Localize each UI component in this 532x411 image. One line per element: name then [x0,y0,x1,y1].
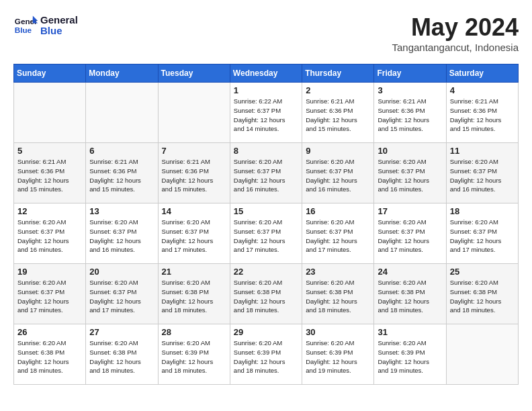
day-info: Sunrise: 6:20 AMSunset: 6:37 PMDaylight:… [89,278,154,315]
day-number: 25 [450,267,515,277]
day-number: 8 [234,146,298,156]
day-header-saturday: Saturday [446,64,518,83]
day-number: 1 [234,85,298,95]
day-number: 4 [450,85,515,95]
day-info: Sunrise: 6:20 AMSunset: 6:39 PMDaylight:… [234,338,298,375]
week-row-3: 12Sunrise: 6:20 AMSunset: 6:37 PMDayligh… [14,203,519,264]
day-number: 20 [89,267,154,277]
week-row-2: 5Sunrise: 6:21 AMSunset: 6:36 PMDaylight… [14,143,519,203]
day-number: 16 [306,206,370,216]
day-cell-22: 22Sunrise: 6:20 AMSunset: 6:38 PMDayligh… [230,264,302,324]
day-number: 15 [234,206,298,216]
day-info: Sunrise: 6:21 AMSunset: 6:36 PMDaylight:… [450,97,515,134]
day-cell-23: 23Sunrise: 6:20 AMSunset: 6:38 PMDayligh… [302,264,374,324]
day-number: 27 [89,327,154,337]
day-info: Sunrise: 6:20 AMSunset: 6:38 PMDaylight:… [89,338,154,375]
day-cell-19: 19Sunrise: 6:20 AMSunset: 6:37 PMDayligh… [14,264,86,324]
day-info: Sunrise: 6:21 AMSunset: 6:36 PMDaylight:… [17,157,82,194]
day-info: Sunrise: 6:20 AMSunset: 6:38 PMDaylight:… [378,278,442,315]
day-header-sunday: Sunday [14,64,86,83]
calendar-table: SundayMondayTuesdayWednesdayThursdayFrid… [13,64,519,385]
day-number: 12 [17,206,82,216]
day-header-tuesday: Tuesday [158,64,230,83]
day-number: 26 [17,327,82,337]
week-row-4: 19Sunrise: 6:20 AMSunset: 6:37 PMDayligh… [14,264,519,324]
day-info: Sunrise: 6:21 AMSunset: 6:36 PMDaylight:… [162,157,226,194]
day-cell-9: 9Sunrise: 6:20 AMSunset: 6:37 PMDaylight… [302,143,374,203]
day-number: 3 [378,85,442,95]
day-info: Sunrise: 6:22 AMSunset: 6:37 PMDaylight:… [234,97,298,134]
day-number: 24 [378,267,442,277]
day-info: Sunrise: 6:20 AMSunset: 6:38 PMDaylight:… [17,338,82,375]
day-cell-25: 25Sunrise: 6:20 AMSunset: 6:38 PMDayligh… [446,264,518,324]
day-info: Sunrise: 6:20 AMSunset: 6:37 PMDaylight:… [378,218,442,255]
location: Tangantangancut, Indonesia [392,42,519,53]
day-cell-17: 17Sunrise: 6:20 AMSunset: 6:37 PMDayligh… [374,203,446,264]
day-cell-15: 15Sunrise: 6:20 AMSunset: 6:37 PMDayligh… [230,203,302,264]
day-cell-4: 4Sunrise: 6:21 AMSunset: 6:36 PMDaylight… [446,83,518,143]
day-info: Sunrise: 6:20 AMSunset: 6:39 PMDaylight:… [306,338,370,375]
day-number: 28 [162,327,226,337]
day-number: 17 [378,206,442,216]
day-cell-16: 16Sunrise: 6:20 AMSunset: 6:37 PMDayligh… [302,203,374,264]
day-cell-2: 2Sunrise: 6:21 AMSunset: 6:36 PMDaylight… [302,83,374,143]
days-of-week-row: SundayMondayTuesdayWednesdayThursdayFrid… [14,64,519,83]
day-info: Sunrise: 6:20 AMSunset: 6:38 PMDaylight:… [162,278,226,315]
day-cell-8: 8Sunrise: 6:20 AMSunset: 6:37 PMDaylight… [230,143,302,203]
day-number: 23 [306,267,370,277]
day-cell-20: 20Sunrise: 6:20 AMSunset: 6:37 PMDayligh… [86,264,158,324]
day-info: Sunrise: 6:20 AMSunset: 6:38 PMDaylight:… [306,278,370,315]
day-header-thursday: Thursday [302,64,374,83]
day-cell-3: 3Sunrise: 6:21 AMSunset: 6:36 PMDaylight… [374,83,446,143]
day-number: 18 [450,206,515,216]
day-info: Sunrise: 6:20 AMSunset: 6:39 PMDaylight:… [378,338,442,375]
day-number: 29 [234,327,298,337]
empty-cell [86,83,158,143]
day-info: Sunrise: 6:20 AMSunset: 6:37 PMDaylight:… [450,218,515,255]
day-info: Sunrise: 6:20 AMSunset: 6:37 PMDaylight:… [234,157,298,194]
empty-cell [158,83,230,143]
day-cell-6: 6Sunrise: 6:21 AMSunset: 6:36 PMDaylight… [86,143,158,203]
day-cell-18: 18Sunrise: 6:20 AMSunset: 6:37 PMDayligh… [446,203,518,264]
day-info: Sunrise: 6:20 AMSunset: 6:38 PMDaylight:… [450,278,515,315]
day-header-friday: Friday [374,64,446,83]
calendar-header: SundayMondayTuesdayWednesdayThursdayFrid… [14,64,519,83]
week-row-1: 1Sunrise: 6:22 AMSunset: 6:37 PMDaylight… [14,83,519,143]
day-cell-12: 12Sunrise: 6:20 AMSunset: 6:37 PMDayligh… [14,203,86,264]
calendar-body: 1Sunrise: 6:22 AMSunset: 6:37 PMDaylight… [14,83,519,385]
day-number: 7 [162,146,226,156]
day-info: Sunrise: 6:20 AMSunset: 6:37 PMDaylight:… [89,218,154,255]
day-number: 31 [378,327,442,337]
day-number: 11 [450,146,515,156]
day-info: Sunrise: 6:21 AMSunset: 6:36 PMDaylight:… [378,97,442,134]
logo-icon: General Blue [13,13,38,38]
empty-cell [446,324,518,385]
day-cell-26: 26Sunrise: 6:20 AMSunset: 6:38 PMDayligh… [14,324,86,385]
logo-line1: General [40,15,78,26]
day-info: Sunrise: 6:20 AMSunset: 6:37 PMDaylight:… [306,157,370,194]
day-cell-27: 27Sunrise: 6:20 AMSunset: 6:38 PMDayligh… [86,324,158,385]
logo-line2: Blue [40,26,78,37]
day-cell-30: 30Sunrise: 6:20 AMSunset: 6:39 PMDayligh… [302,324,374,385]
day-info: Sunrise: 6:20 AMSunset: 6:38 PMDaylight:… [234,278,298,315]
day-number: 10 [378,146,442,156]
day-info: Sunrise: 6:20 AMSunset: 6:37 PMDaylight:… [234,218,298,255]
day-info: Sunrise: 6:20 AMSunset: 6:37 PMDaylight:… [17,278,82,315]
day-cell-21: 21Sunrise: 6:20 AMSunset: 6:38 PMDayligh… [158,264,230,324]
day-cell-7: 7Sunrise: 6:21 AMSunset: 6:36 PMDaylight… [158,143,230,203]
day-header-monday: Monday [86,64,158,83]
day-cell-10: 10Sunrise: 6:20 AMSunset: 6:37 PMDayligh… [374,143,446,203]
day-cell-14: 14Sunrise: 6:20 AMSunset: 6:37 PMDayligh… [158,203,230,264]
day-cell-24: 24Sunrise: 6:20 AMSunset: 6:38 PMDayligh… [374,264,446,324]
empty-cell [14,83,86,143]
day-info: Sunrise: 6:20 AMSunset: 6:37 PMDaylight:… [378,157,442,194]
day-info: Sunrise: 6:21 AMSunset: 6:36 PMDaylight:… [306,97,370,134]
day-cell-1: 1Sunrise: 6:22 AMSunset: 6:37 PMDaylight… [230,83,302,143]
day-info: Sunrise: 6:20 AMSunset: 6:37 PMDaylight:… [306,218,370,255]
month-year: May 2024 [392,13,519,42]
day-header-wednesday: Wednesday [230,64,302,83]
day-number: 21 [162,267,226,277]
day-number: 2 [306,85,370,95]
day-number: 5 [17,146,82,156]
day-info: Sunrise: 6:21 AMSunset: 6:36 PMDaylight:… [89,157,154,194]
